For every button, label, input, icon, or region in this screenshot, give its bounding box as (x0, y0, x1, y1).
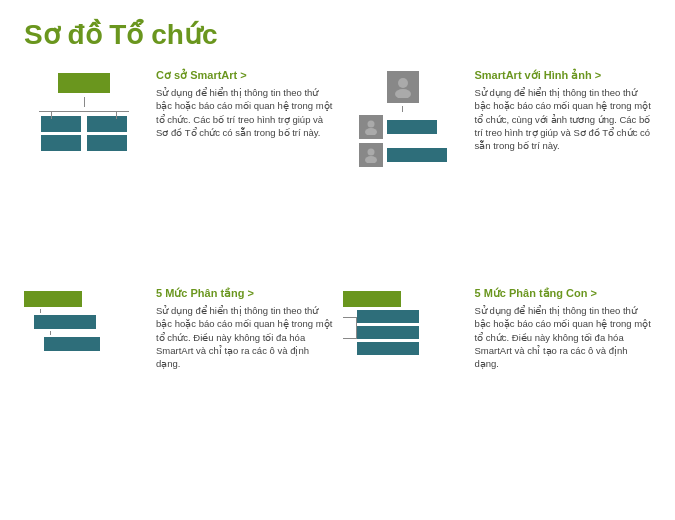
svg-point-2 (367, 121, 374, 128)
diagram-smartart-basic (24, 69, 144, 151)
card-5level-con: 5 Mức Phân tầng Con > Sử dụng để hiển th… (343, 287, 652, 495)
diag4-h2 (343, 338, 357, 339)
card1-desc: Sử dụng để hiển thị thông tin theo thứ b… (156, 86, 333, 139)
card-smartart-basic: Cơ sở SmartArt > Sử dụng để hiển thị thô… (24, 69, 333, 277)
diag3-v1 (40, 309, 41, 313)
diag2-vline-top (402, 106, 403, 112)
card1-title[interactable]: Cơ sở SmartArt > (156, 69, 333, 82)
content-grid: Cơ sở SmartArt > Sử dụng để hiển thị thô… (0, 61, 675, 511)
diag3-level2 (44, 337, 144, 351)
diag1-right-vline (116, 111, 117, 119)
diag3-level0 (24, 291, 144, 307)
diag1-hline-container (39, 111, 129, 112)
card3-title[interactable]: 5 Mức Phân tầng > (156, 287, 333, 300)
diag3-box1 (34, 315, 96, 329)
card2-title[interactable]: SmartArt với Hình ảnh > (475, 69, 652, 82)
card4-title[interactable]: 5 Mức Phân tầng Con > (475, 287, 652, 300)
diag2-row2 (359, 143, 447, 167)
card3-desc: Sử dụng để hiển thị thông tin theo thứ b… (156, 304, 333, 370)
diag2-container (343, 69, 463, 167)
svg-point-4 (367, 149, 374, 156)
diag3-tree-container (24, 287, 144, 351)
diag1-right-sub (87, 135, 127, 151)
card1-text: Cơ sở SmartArt > Sử dụng để hiển thị thô… (156, 69, 333, 139)
card2-text: SmartArt với Hình ảnh > Sử dụng để hiển … (475, 69, 652, 152)
card-smartart-image: SmartArt với Hình ảnh > Sử dụng để hiển … (343, 69, 652, 277)
svg-point-1 (395, 89, 411, 98)
diagram-5level-con (343, 287, 463, 355)
diag1-left-box (41, 116, 81, 132)
diag4-row0 (343, 291, 463, 307)
diag3-v2 (50, 331, 51, 335)
diag4-tree-container (343, 287, 463, 355)
card4-text: 5 Mức Phân tầng Con > Sử dụng để hiển th… (475, 287, 652, 370)
diag2-person1 (359, 115, 383, 139)
diag3-box2 (44, 337, 100, 351)
diag1-right-box (87, 116, 127, 132)
diag4-sub2 (357, 326, 419, 339)
diag4-sub3 (357, 342, 419, 355)
diag2-bar1 (387, 120, 437, 134)
card2-desc: Sử dụng để hiển thị thông tin theo thứ b… (475, 86, 652, 152)
diag3-box0 (24, 291, 82, 307)
diag4-connector-area (343, 310, 357, 339)
diag2-person-rows (359, 115, 447, 167)
diag4-sub-boxes (357, 310, 419, 355)
diag4-sub1 (357, 310, 419, 323)
diagram-smartart-image (343, 69, 463, 167)
diag1-right-col (87, 116, 127, 151)
diag1-left-col (41, 116, 81, 151)
diag1-left-sub (41, 135, 81, 151)
diagram-5level (24, 287, 144, 351)
diag2-person2 (359, 143, 383, 167)
card4-desc: Sử dụng để hiển thị thông tin theo thứ b… (475, 304, 652, 370)
diag4-sub-area (343, 310, 463, 355)
diag2-top-person (387, 71, 419, 103)
diag4-top-box (343, 291, 401, 307)
diag1-bottom-row (41, 116, 127, 151)
svg-point-0 (398, 78, 408, 88)
diag2-bar2 (387, 148, 447, 162)
diag2-row1 (359, 115, 447, 139)
diag2-top-row (387, 71, 419, 103)
svg-point-5 (365, 156, 377, 163)
page-title: Sơ đồ Tổ chức (0, 0, 675, 61)
card3-text: 5 Mức Phân tầng > Sử dụng để hiển thị th… (156, 287, 333, 370)
svg-point-3 (365, 128, 377, 135)
diag1-left-vline (51, 111, 52, 119)
diag1-top-box (58, 73, 110, 93)
diag1-vline (84, 97, 85, 107)
diag3-level1 (34, 315, 144, 329)
diag1-container (24, 69, 144, 151)
diag4-h1 (343, 317, 357, 318)
card-5level: 5 Mức Phân tầng > Sử dụng để hiển thị th… (24, 287, 333, 495)
